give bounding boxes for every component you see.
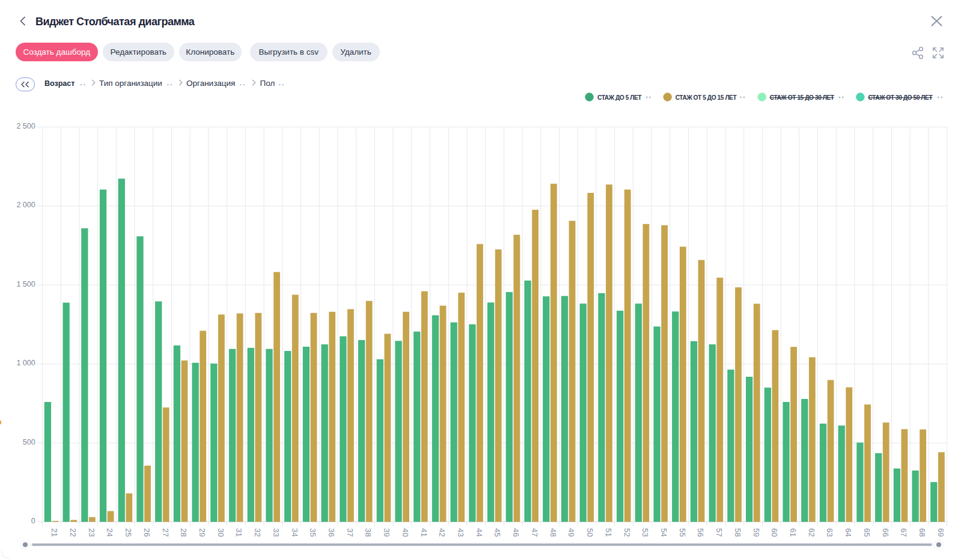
svg-text:33: 33: [272, 528, 281, 537]
svg-text:СТАЖ ОТ 30 ДО 50 ЛЕТ: СТАЖ ОТ 30 ДО 50 ЛЕТ: [868, 94, 933, 101]
svg-text:1 500: 1 500: [16, 280, 35, 288]
svg-text:30: 30: [216, 528, 225, 537]
svg-text:55: 55: [678, 528, 687, 537]
svg-text:53: 53: [641, 528, 650, 537]
svg-text:49: 49: [567, 528, 576, 537]
svg-text:23: 23: [87, 528, 96, 537]
svg-text:27: 27: [161, 528, 170, 537]
svg-text:29: 29: [198, 528, 207, 537]
svg-text:65: 65: [862, 528, 871, 537]
svg-text:50: 50: [585, 528, 594, 537]
svg-text:500: 500: [23, 438, 35, 446]
svg-text:39: 39: [382, 528, 391, 537]
svg-text:28: 28: [179, 528, 188, 537]
svg-text:31: 31: [234, 528, 243, 537]
svg-text:61: 61: [789, 528, 798, 537]
svg-text:62: 62: [807, 528, 816, 537]
svg-text:66: 66: [881, 528, 890, 537]
svg-text:41: 41: [419, 528, 429, 537]
svg-text:45: 45: [493, 528, 502, 537]
svg-text:2 500: 2 500: [16, 122, 35, 130]
svg-text:СТАЖ ДО 5 ЛЕТ: СТАЖ ДО 5 ЛЕТ: [597, 94, 642, 101]
svg-text:63: 63: [825, 528, 834, 537]
svg-text:42: 42: [438, 528, 447, 537]
svg-text:24: 24: [105, 528, 114, 537]
svg-text:26: 26: [142, 528, 151, 537]
svg-text:38: 38: [364, 528, 373, 537]
svg-text:35: 35: [308, 528, 317, 537]
svg-text:69: 69: [936, 528, 945, 537]
svg-text:22: 22: [69, 528, 78, 537]
svg-text:68: 68: [918, 528, 927, 537]
svg-text:46: 46: [511, 528, 520, 537]
svg-text:25: 25: [124, 528, 133, 537]
svg-text:21: 21: [50, 528, 59, 537]
svg-text:СТАЖ ОТ 5 ДО 15 ЛЕТ: СТАЖ ОТ 5 ДО 15 ЛЕТ: [676, 94, 737, 101]
svg-text:СТАЖ ОТ 15 ДО 30 ЛЕТ: СТАЖ ОТ 15 ДО 30 ЛЕТ: [770, 94, 835, 101]
svg-text:52: 52: [623, 528, 632, 537]
svg-text:54: 54: [659, 528, 668, 537]
svg-text:34: 34: [290, 528, 299, 537]
svg-text:51: 51: [604, 528, 613, 537]
svg-text:0: 0: [31, 517, 35, 525]
svg-text:32: 32: [253, 528, 262, 537]
svg-text:47: 47: [530, 528, 539, 537]
svg-text:58: 58: [733, 528, 742, 537]
svg-text:56: 56: [696, 528, 705, 537]
svg-text:57: 57: [715, 528, 724, 537]
svg-text:67: 67: [899, 528, 908, 537]
svg-text:40: 40: [401, 528, 410, 537]
svg-text:48: 48: [549, 528, 558, 537]
svg-text:59: 59: [752, 528, 761, 537]
svg-text:1 000: 1 000: [16, 359, 35, 367]
svg-text:43: 43: [456, 528, 465, 537]
svg-text:60: 60: [770, 528, 779, 537]
svg-text:36: 36: [327, 528, 336, 537]
svg-text:37: 37: [346, 528, 355, 537]
svg-text:44: 44: [475, 528, 484, 537]
svg-text:2 000: 2 000: [16, 201, 35, 209]
svg-text:64: 64: [844, 528, 853, 537]
